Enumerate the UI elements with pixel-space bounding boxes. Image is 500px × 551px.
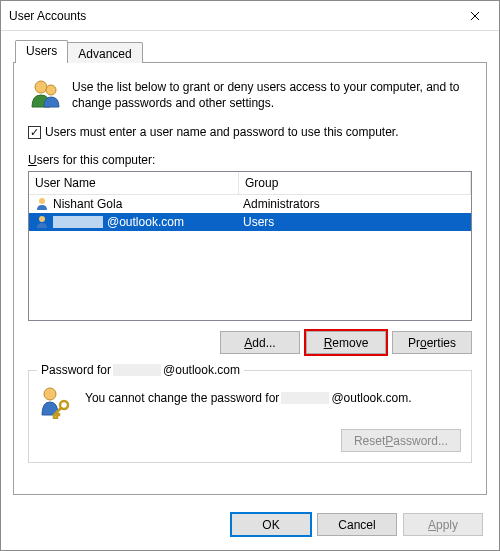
tabstrip: Users Advanced bbox=[15, 40, 487, 63]
user-accounts-window: User Accounts Users Advanced Use the li bbox=[0, 0, 500, 551]
users-panel: Use the list below to grant or deny user… bbox=[13, 62, 487, 495]
svg-point-4 bbox=[44, 388, 56, 400]
checkbox-label: Users must enter a user name and passwor… bbox=[45, 125, 399, 139]
dialog-buttons: OK Cancel Apply bbox=[1, 503, 499, 550]
password-message: You cannot change the password for @outl… bbox=[85, 385, 461, 405]
user-icon bbox=[35, 197, 49, 211]
list-row[interactable]: @outlook.com Users bbox=[29, 213, 471, 231]
properties-button[interactable]: Proerties bbox=[392, 331, 472, 354]
intro-row: Use the list below to grant or deny user… bbox=[28, 77, 472, 111]
list-header: User Name Group bbox=[29, 172, 471, 195]
tab-advanced[interactable]: Advanced bbox=[67, 42, 142, 63]
col-group[interactable]: Group bbox=[239, 172, 471, 194]
tab-users[interactable]: Users bbox=[15, 40, 68, 63]
ok-button[interactable]: OK bbox=[231, 513, 311, 536]
list-row[interactable]: Nishant Gola Administrators bbox=[29, 195, 471, 213]
svg-point-0 bbox=[35, 81, 47, 93]
apply-button: Apply bbox=[403, 513, 483, 536]
col-username[interactable]: User Name bbox=[29, 172, 239, 194]
row-name: Nishant Gola bbox=[53, 197, 122, 211]
users-icon bbox=[28, 77, 62, 111]
close-button[interactable] bbox=[452, 2, 497, 30]
svg-point-3 bbox=[39, 216, 45, 222]
intro-text: Use the list below to grant or deny user… bbox=[72, 77, 472, 111]
close-icon bbox=[470, 11, 480, 21]
checkbox-icon: ✓ bbox=[28, 126, 41, 139]
titlebar: User Accounts bbox=[1, 1, 499, 31]
password-legend: Password for @outlook.com bbox=[37, 363, 244, 377]
window-title: User Accounts bbox=[9, 9, 452, 23]
row-group: Administrators bbox=[243, 197, 465, 211]
add-button[interactable]: Add... bbox=[220, 331, 300, 354]
cancel-button[interactable]: Cancel bbox=[317, 513, 397, 536]
row-group: Users bbox=[243, 215, 465, 229]
users-listbox[interactable]: User Name Group Nishant Gola Administrat… bbox=[28, 171, 472, 321]
user-icon bbox=[35, 215, 49, 229]
redacted-name bbox=[113, 364, 161, 376]
client-area: Users Advanced Use the list below to gra… bbox=[1, 31, 499, 503]
svg-point-2 bbox=[39, 198, 45, 204]
require-login-checkbox[interactable]: ✓ Users must enter a user name and passw… bbox=[28, 125, 472, 139]
password-groupbox: Password for @outlook.com You cannot cha… bbox=[28, 370, 472, 463]
reset-password-button: Reset Password... bbox=[341, 429, 461, 452]
svg-point-5 bbox=[60, 401, 68, 409]
row-name: @outlook.com bbox=[107, 215, 184, 229]
redacted-name bbox=[281, 392, 329, 404]
users-list-label: Users for this computer: bbox=[28, 153, 472, 167]
remove-button[interactable]: Remove bbox=[306, 331, 386, 354]
svg-point-1 bbox=[46, 85, 56, 95]
list-buttons: Add... Remove Proerties bbox=[28, 331, 472, 354]
redacted-name bbox=[53, 216, 103, 228]
key-icon bbox=[39, 385, 73, 419]
